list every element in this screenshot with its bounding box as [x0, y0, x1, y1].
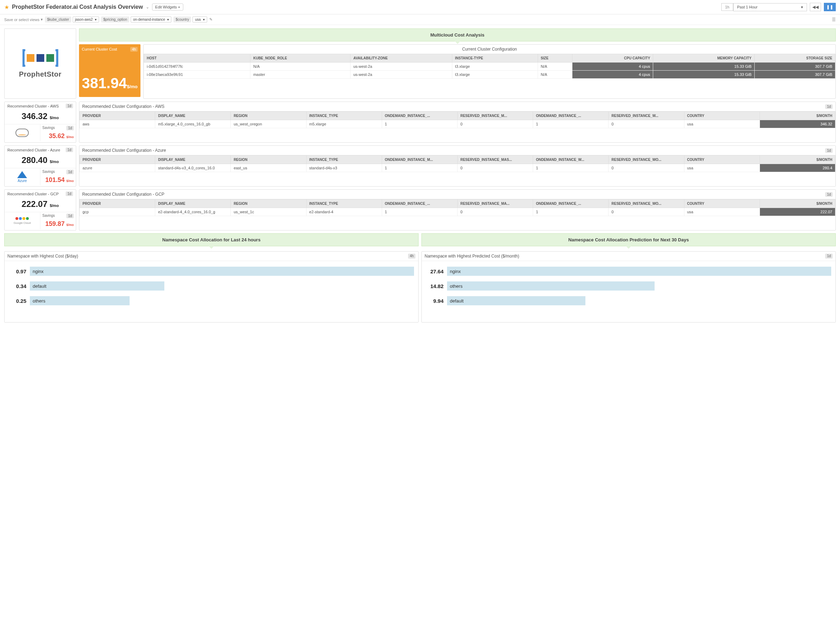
- hand-icon[interactable]: ☰: [832, 17, 836, 22]
- logo-square-icon: [36, 54, 44, 62]
- provider-icon-box: [5, 124, 40, 141]
- chevron-down-icon: ▾: [95, 18, 97, 21]
- table-header[interactable]: PROVIDER: [80, 156, 155, 164]
- rec-cost-value: 280.40 $/mo: [5, 154, 76, 168]
- logo-square-icon: [46, 54, 54, 62]
- time-badge: 1d: [66, 126, 74, 130]
- logo-panel: ProphetStor: [4, 28, 76, 99]
- table-header[interactable]: INSTANCE_TYPE: [306, 112, 382, 120]
- bar-fill: nginx: [30, 267, 414, 276]
- table-header[interactable]: ONDEMAND_INSTANCE_...: [382, 200, 457, 208]
- savings-label: Savings: [43, 126, 55, 130]
- table-cell: 15.33 GiB: [653, 62, 755, 71]
- table-cell: 0: [457, 120, 533, 128]
- dashboard-title: ProphetStor Federator.ai Cost Analysis O…: [12, 4, 143, 10]
- ns-24h-title: Namespace with Highest Cost ($/day): [7, 254, 78, 259]
- current-config-panel: Current Cluster Configuration HOSTKUBE_N…: [143, 44, 836, 99]
- savings-value: 159.87 $/mo: [43, 218, 74, 228]
- rewind-button[interactable]: ◀◀: [810, 3, 821, 11]
- table-row: awsm5.xlarge_4.0_cores_16.0_gbus_west_or…: [80, 120, 835, 128]
- table-header[interactable]: DISPLAY_NAME: [155, 156, 231, 164]
- table-header[interactable]: SIZE: [538, 54, 573, 62]
- table-cell: gcp: [80, 208, 155, 216]
- chevron-down-icon: ▾: [167, 18, 169, 21]
- table-header[interactable]: INSTANCE_TYPE: [306, 200, 382, 208]
- bar-value: 27.64: [426, 268, 443, 274]
- table-header[interactable]: RESERVED_INSTANCE_MAS...: [457, 156, 533, 164]
- bar-row: 27.64 nginx: [422, 264, 835, 279]
- var-pricing-select[interactable]: on-demand-instance▾: [131, 16, 171, 23]
- table-header[interactable]: INSTANCE-TYPE: [452, 54, 538, 62]
- var-kube-cluster-label: $kube_cluster: [45, 16, 71, 23]
- table-header[interactable]: COUNTRY: [684, 112, 760, 120]
- table-header[interactable]: STORAGE SIZE: [755, 54, 835, 62]
- table-header[interactable]: ONDEMAND_INSTANCE_...: [382, 112, 457, 120]
- rec-summary-aws: Recommended Cluster - AWS1d 346.32 $/mo …: [4, 102, 76, 143]
- time-short[interactable]: 1h: [721, 3, 733, 11]
- bar-row: 0.25 others: [5, 293, 418, 308]
- var-country-select[interactable]: usa▾: [192, 16, 207, 23]
- table-cell: N/A: [538, 62, 573, 71]
- table-header[interactable]: DISPLAY_NAME: [155, 112, 231, 120]
- table-cell: 0: [457, 164, 533, 172]
- ns-24h-banner: Namespace Cost Allocation for Last 24 ho…: [4, 233, 418, 246]
- table-header[interactable]: COUNTRY: [684, 156, 760, 164]
- table-cell: 4 cpus: [573, 71, 653, 79]
- table-header[interactable]: AVAILABILITY-ZONE: [351, 54, 452, 62]
- favorite-star-icon[interactable]: ★: [4, 4, 9, 10]
- edit-vars-icon[interactable]: ✎: [209, 17, 212, 22]
- table-header[interactable]: COUNTRY: [684, 200, 760, 208]
- views-selector[interactable]: Save or select views ▾: [4, 17, 43, 22]
- table-header[interactable]: REGION: [231, 156, 306, 164]
- azure-icon: [17, 171, 27, 178]
- table-header[interactable]: RESERVED_INSTANCE_WO...: [609, 200, 684, 208]
- bar-row: 0.34 default: [5, 279, 418, 293]
- table-header[interactable]: REGION: [231, 112, 306, 120]
- bar-value: 0.34: [9, 283, 26, 289]
- plus-icon: +: [178, 5, 180, 9]
- pause-button[interactable]: ❚❚: [824, 3, 836, 11]
- table-header[interactable]: MEMORY CAPACITY: [653, 54, 755, 62]
- multicloud-banner: Multicloud Cost Analysis: [79, 28, 836, 41]
- time-picker[interactable]: 1h Past 1 Hour▾: [721, 3, 807, 11]
- table-header[interactable]: ONDEMAND_INSTANCE_W...: [533, 156, 609, 164]
- time-badge: 1d: [66, 104, 73, 108]
- table-header[interactable]: REGION: [231, 200, 306, 208]
- table-header[interactable]: CPU CAPACITY: [573, 54, 653, 62]
- time-label[interactable]: Past 1 Hour▾: [733, 3, 807, 11]
- table-header[interactable]: ONDEMAND_INSTANCE_...: [533, 112, 609, 120]
- logo-bracket-icon: [56, 49, 58, 67]
- table-header[interactable]: RESERVED_INSTANCE_M...: [457, 112, 533, 120]
- table-header[interactable]: INSTANCE_TYPE: [306, 156, 382, 164]
- edit-widgets-button[interactable]: Edit Widgets +: [152, 3, 183, 10]
- table-cell: east_us: [231, 164, 306, 172]
- table-header[interactable]: ONDEMAND_INSTANCE_M...: [382, 156, 457, 164]
- dashboard-header: ★ ProphetStor Federator.ai Cost Analysis…: [0, 0, 840, 15]
- table-header[interactable]: RESERVED_INSTANCE_WO...: [609, 156, 684, 164]
- table-header[interactable]: HOST: [144, 54, 250, 62]
- table-header[interactable]: RESERVED_INSTANCE_MA...: [457, 200, 533, 208]
- table-cell: 1: [533, 208, 609, 216]
- table-cell: usa: [684, 208, 760, 216]
- rec-summary-azure: Recommended Cluster - Azure1d 280.40 $/m…: [4, 145, 76, 187]
- var-kube-cluster-select[interactable]: jason-aws2▾: [73, 16, 99, 23]
- rec-table-title: Recommended Cluster Configuration - Azur…: [82, 148, 166, 153]
- table-header[interactable]: PROVIDER: [80, 112, 155, 120]
- chevron-down-icon[interactable]: ⌄: [146, 5, 149, 10]
- table-header[interactable]: KUBE_NODE_ROLE: [250, 54, 351, 62]
- table-cell: us-west-2a: [351, 71, 452, 79]
- table-header[interactable]: PROVIDER: [80, 200, 155, 208]
- rec-table-azure: Recommended Cluster Configuration - Azur…: [79, 145, 836, 187]
- table-header[interactable]: $/MONTH: [760, 200, 835, 208]
- table-header[interactable]: ONDEMAND_INSTANCE_...: [533, 200, 609, 208]
- bar-fill: nginx: [447, 267, 831, 276]
- table-header[interactable]: $/MONTH: [760, 156, 835, 164]
- gcp-icon: [15, 217, 29, 220]
- table-header[interactable]: DISPLAY_NAME: [155, 200, 231, 208]
- table-cell: us-west-2a: [351, 62, 452, 71]
- table-cell: i-0d51d9142784f77fc: [144, 62, 250, 71]
- table-header[interactable]: $/MONTH: [760, 112, 835, 120]
- ns-24h-section: Namespace Cost Allocation for Last 24 ho…: [4, 233, 418, 322]
- table-cell: N/A: [538, 71, 573, 79]
- table-header[interactable]: RESERVED_INSTANCE_W...: [609, 112, 684, 120]
